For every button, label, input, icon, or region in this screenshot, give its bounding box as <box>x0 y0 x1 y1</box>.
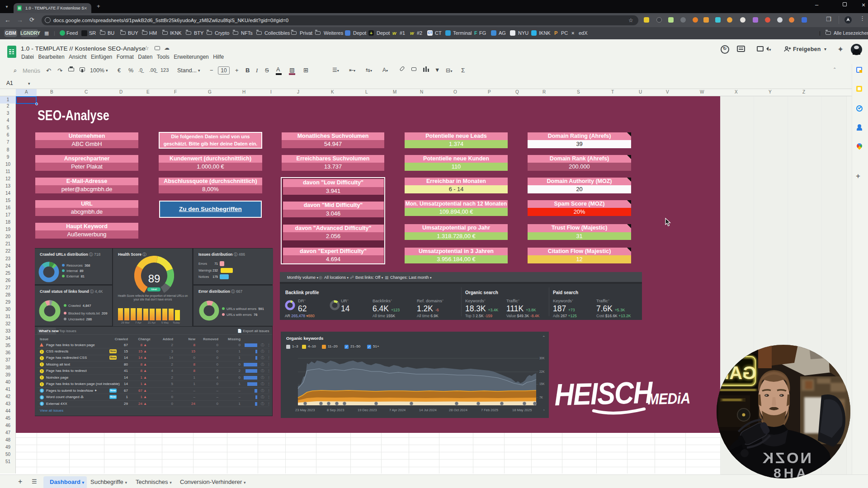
svg-text:7K: 7K <box>539 396 543 399</box>
svg-text:30K: 30K <box>539 357 545 360</box>
svg-text:MEDiA: MEDiA <box>647 389 690 408</box>
svg-text:HEISCH: HEISCH <box>554 375 654 412</box>
svg-text:15K: 15K <box>539 382 545 385</box>
svg-text:GAM: GAM <box>717 363 756 383</box>
svg-text:22K: 22K <box>539 370 545 373</box>
svg-text:AH8: AH8 <box>771 465 806 479</box>
svg-text:NOZK: NOZK <box>761 449 811 466</box>
